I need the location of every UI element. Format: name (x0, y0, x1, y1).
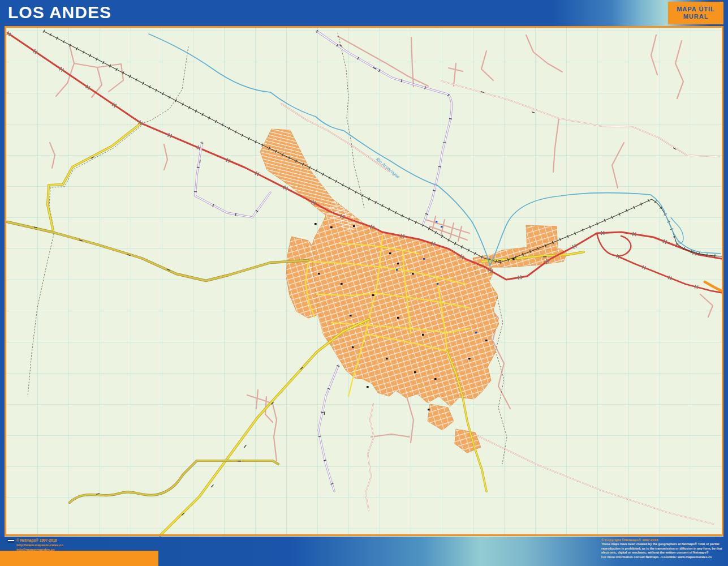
map-canvas: Río Aconcagua (5, 26, 723, 537)
legal-line: electronic, digital or mechanic; without… (601, 551, 723, 555)
footer-bar: © Netmaps® 1997-2016 http://www.mapasmur… (0, 537, 728, 566)
footer-left-credits: © Netmaps® 1997-2016 http://www.mapasmur… (8, 538, 63, 552)
footer-right-legal: © Copyright ©Netmaps® 1997-2016 These ma… (601, 538, 723, 559)
netmaps-flag-icon (8, 539, 14, 543)
footer-website-link[interactable]: http://www.mapasmurales.co (16, 543, 63, 547)
map-area: Río Aconcagua (5, 26, 723, 537)
poster-frame: LOS ANDES MAPA ÚTIL MURAL (0, 0, 728, 566)
page-title: LOS ANDES (8, 3, 111, 22)
footer-copyright: © Netmaps® 1997-2016 (16, 538, 57, 543)
legal-line: © Copyright ©Netmaps® 1997-2016 (601, 538, 723, 542)
mapa-util-mural-badge: MAPA ÚTIL MURAL (668, 2, 723, 24)
legal-line: These maps have been created by the geog… (601, 542, 723, 547)
legal-line: reproduction is prohibited; as is the tr… (601, 547, 723, 551)
footer-orange-bar (0, 551, 158, 566)
badge-line-2: MURAL (683, 13, 709, 20)
legal-line[interactable]: For more information consult Netmaps - C… (601, 555, 723, 560)
badge-line-1: MAPA ÚTIL (677, 6, 715, 13)
header-bar: LOS ANDES MAPA ÚTIL MURAL (0, 0, 728, 26)
